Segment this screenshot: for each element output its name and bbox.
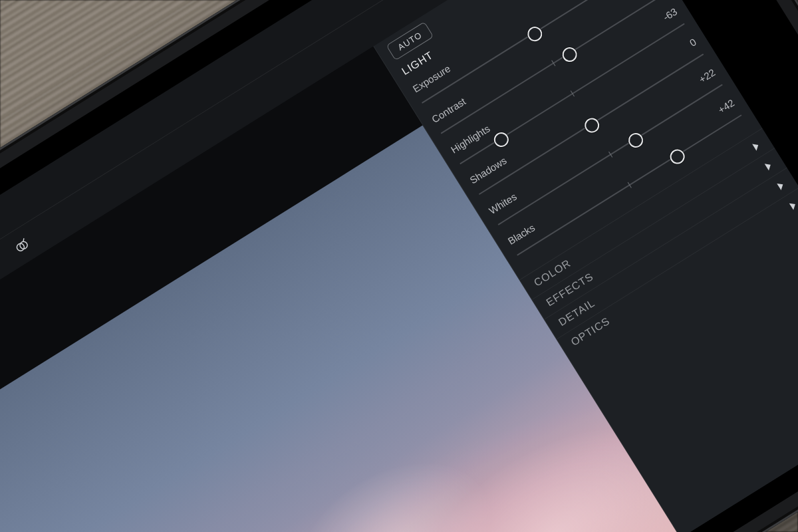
workspace: EDITS AUTO LIGHT <box>0 0 798 532</box>
bezel: ··· <box>0 0 798 532</box>
tablet-device: ··· <box>0 0 798 532</box>
chevron-right-icon <box>789 200 797 209</box>
chevron-right-icon <box>752 141 760 150</box>
slider-value: 0 <box>688 36 698 49</box>
chevron-right-icon <box>764 161 772 170</box>
chevron-right-icon <box>777 181 785 190</box>
masking-icon[interactable] <box>12 236 32 256</box>
app-screen: ··· <box>0 0 798 532</box>
healing-icon[interactable] <box>0 253 4 273</box>
svg-point-5 <box>0 257 1 270</box>
